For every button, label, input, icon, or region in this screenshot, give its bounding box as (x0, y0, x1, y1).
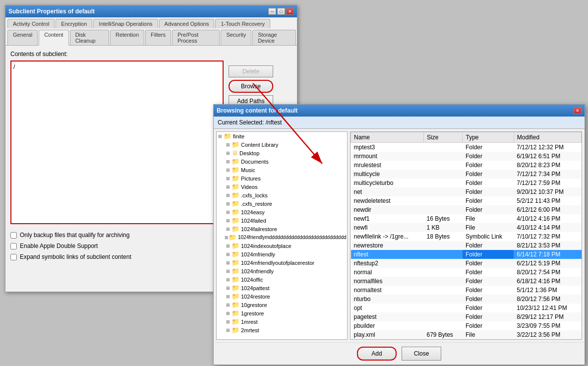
tree-item-1024easy[interactable]: ⊞ 📁 1024easy (217, 208, 347, 216)
tree-item-cxfs-locks[interactable]: ⊞ 📁 .cxfs_locks (217, 191, 347, 199)
tree-label: 1024pattest (241, 285, 270, 291)
tree-item-videos[interactable]: ⊞ 📁 Videos (217, 183, 347, 191)
tab-storage-device[interactable]: Storage Device (252, 30, 296, 45)
expand-icon: ⊞ (225, 303, 232, 307)
tree-label: finite (233, 133, 244, 139)
table-row[interactable]: optFolder10/23/12 12:41 PM (351, 304, 582, 312)
tab-intellisnap[interactable]: IntelliSnap Operations (93, 19, 158, 28)
tree-item-1024restore[interactable]: ⊞ 📁 1024restore (217, 292, 347, 301)
cell-size (423, 187, 463, 196)
tree-item-pictures[interactable]: ⊞ 📁 Pictures (217, 174, 347, 183)
tree-item-music[interactable]: ⊞ 📁 Music (217, 166, 347, 174)
tree-item-cxfs-restore[interactable]: ⊞ 📁 .cxfs_restore (217, 199, 347, 208)
tree-item-2mrtest[interactable]: ⊞ 📁 2mrtest (217, 326, 347, 334)
cell-type: Folder (463, 161, 514, 170)
close-dialog-button[interactable]: Close (402, 347, 441, 361)
table-row[interactable]: play.xml679 BytesFile3/22/12 3:56 PM (351, 330, 582, 339)
table-row[interactable]: pagetestFolder8/29/12 12:17 PM (351, 312, 582, 321)
browse-footer: Add Close (214, 342, 585, 365)
tree-item-10grestore[interactable]: ⊞ 📁 10grestore (217, 301, 347, 309)
folder-icon: 📁 (232, 326, 239, 334)
add-button[interactable]: Add (357, 347, 397, 361)
tab-retention[interactable]: Retention (110, 30, 144, 45)
tree-item-1grestore[interactable]: ⊞ 📁 1grestore (217, 309, 347, 317)
tree-item-finite[interactable]: ⊞ 📁 finite (217, 132, 347, 140)
tree-panel[interactable]: ⊞ 📁 finite ⊞ 📁 Content Library ⊞ 🖥 Deskt… (216, 131, 348, 340)
tab-encryption[interactable]: Encryption (56, 19, 92, 28)
col-type[interactable]: Type (463, 132, 514, 143)
table-row[interactable]: normalfilesFolder6/18/12 4:16 PM (351, 277, 582, 286)
delete-button[interactable]: Delete (229, 65, 273, 77)
table-row[interactable]: mrulestestFolder8/20/12 8:23 PM (351, 161, 582, 170)
tree-item-1024friendly[interactable]: ⊞ 📁 1024friendlymddddddddddddddddddddddd… (217, 233, 347, 242)
table-row[interactable]: nturboFolder8/20/12 7:56 PM (351, 295, 582, 304)
expand-icon: ⊞ (225, 260, 232, 265)
tree-item-content-library[interactable]: ⊞ 📁 Content Library (217, 140, 347, 149)
close-button[interactable]: ✕ (286, 8, 294, 15)
col-modified[interactable]: Modified (514, 132, 581, 143)
cell-type: Folder (463, 321, 514, 330)
table-row[interactable]: nftestup2Folder6/21/12 5:19 PM (351, 259, 582, 268)
tree-item-1024mfriendly[interactable]: ⊞ 📁 1024mfriendly (217, 250, 347, 258)
tab-1touch[interactable]: 1-Touch Recovery (215, 19, 270, 28)
minimize-button[interactable]: ─ (268, 8, 276, 15)
table-row[interactable]: newfilelink -> /1gre...18 BytesSymbolic … (351, 232, 582, 241)
folder-icon: 📁 (232, 293, 239, 300)
table-row[interactable]: nftestFolder6/14/12 7:18 PM (351, 250, 582, 259)
table-row[interactable]: newf116 BytesFile4/10/12 4:16 PM (351, 214, 582, 223)
contents-label: Contents of subclient: (10, 51, 292, 58)
tree-item-1024failrestore[interactable]: ⊞ 📁 1024failrestore (217, 225, 347, 233)
tab-general[interactable]: General (7, 30, 38, 45)
cell-type: Folder (463, 286, 514, 295)
tree-label: Music (241, 167, 255, 173)
table-row[interactable]: normaltestFolder5/1/12 1:36 PM (351, 286, 582, 295)
maximize-button[interactable]: □ (277, 8, 285, 15)
tab-disk-cleanup[interactable]: Disk Cleanup (70, 30, 109, 45)
tree-item-1024nfriendly[interactable]: ⊞ 📁 1024nfriendly (217, 267, 347, 275)
table-row[interactable]: pbuilderFolder3/23/09 7:55 PM (351, 321, 582, 330)
tree-item-1mrest[interactable]: ⊞ 📁 1mrest (217, 317, 347, 326)
checkbox-apple-double-input[interactable] (10, 243, 17, 249)
table-row[interactable]: newdeletetestFolder5/2/12 11:43 PM (351, 196, 582, 205)
subclient-title-bar: Subclient Properties of default ─ □ ✕ (5, 5, 297, 17)
tree-item-desktop[interactable]: ⊞ 🖥 Desktop (217, 149, 347, 157)
tree-item-documents[interactable]: ⊞ 📁 Documents (217, 157, 347, 166)
col-size[interactable]: Size (423, 132, 463, 143)
tab-filters[interactable]: Filters (145, 30, 171, 45)
tab-activity-control[interactable]: Activity Control (7, 19, 55, 28)
tab-advanced-options[interactable]: Advanced Options (159, 19, 215, 28)
folder-icon: 📁 (232, 267, 239, 275)
cell-modified: 6/12/12 6:00 PM (514, 205, 581, 214)
checkbox-archiving-input[interactable] (10, 232, 17, 239)
table-row[interactable]: newdirFolder6/12/12 6:00 PM (351, 205, 582, 214)
table-row[interactable]: multicycleturboFolder7/12/12 7:59 PM (351, 179, 582, 187)
browse-close-btn[interactable]: ✕ (574, 107, 582, 114)
table-row[interactable]: multicycleFolder7/12/12 7:34 PM (351, 170, 582, 179)
table-row[interactable]: mrmountFolder6/19/12 6:51 PM (351, 152, 582, 161)
folder-icon: 📁 (232, 200, 239, 207)
cell-modified: 7/10/12 7:32 PM (514, 232, 581, 241)
tree-item-1024mfriendly2[interactable]: ⊞ 📁 1024mfriendlyoutofplacerestor (217, 258, 347, 267)
tree-item-1024offic[interactable]: ⊞ 📁 1024offic (217, 275, 347, 284)
tree-item-1024failed[interactable]: ⊞ 📁 1024failed (217, 216, 347, 225)
tree-label: 2mrtest (241, 327, 259, 333)
col-name[interactable]: Name (351, 132, 424, 143)
table-row[interactable]: normalFolder8/20/12 7:54 PM (351, 268, 582, 277)
checkbox-symbolic-links-input[interactable] (10, 254, 17, 260)
table-row[interactable]: newfi1 KBFile4/10/12 4:14 PM (351, 223, 582, 232)
cell-modified: 8/20/12 8:23 PM (514, 161, 581, 170)
browse-button[interactable]: Browse (229, 80, 273, 93)
table-row[interactable]: newrestoreFolder8/21/12 3:53 PM (351, 241, 582, 250)
tab-security[interactable]: Security (221, 30, 251, 45)
table-row[interactable]: mptest3Folder7/12/12 12:32 PM (351, 143, 582, 152)
file-panel[interactable]: Name Size Type Modified mptest3Folder7/1… (350, 131, 582, 340)
tab-prepost[interactable]: Pre/Post Process (172, 30, 220, 45)
cell-size: 18 Bytes (423, 232, 463, 241)
table-row[interactable]: netFolder9/20/12 10:37 PM (351, 187, 582, 196)
tree-label: 1024failed (241, 218, 266, 224)
tree-item-1024pattest[interactable]: ⊞ 📁 1024pattest (217, 284, 347, 292)
tree-item-1024index[interactable]: ⊞ 📁 1024indexoutofplace (217, 242, 347, 250)
tab-content[interactable]: Content (39, 30, 69, 46)
content-textarea[interactable]: / (10, 61, 224, 224)
cell-size (423, 277, 463, 286)
